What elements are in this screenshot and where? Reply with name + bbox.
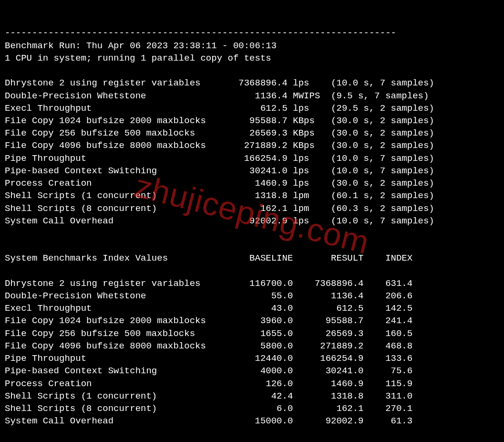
test-result-row: File Copy 4096 bufsize 8000 maxblocks 27… xyxy=(5,140,434,151)
test-result-row: File Copy 256 bufsize 500 maxblocks 2656… xyxy=(5,128,434,138)
index-row: System Call Overhead 15000.0 92002.9 61.… xyxy=(5,416,412,426)
cpu-info-line: 1 CPU in system; running 1 parallel copy… xyxy=(5,53,271,63)
test-result-row: Dhrystone 2 using register variables 736… xyxy=(5,78,434,88)
test-result-row: Pipe Throughput 166254.9 lps (10.0 s, 7 … xyxy=(5,153,434,164)
index-row: Shell Scripts (8 concurrent) 6.0 162.1 2… xyxy=(5,403,412,414)
test-result-row: Double-Precision Whetstone 1136.4 MWIPS … xyxy=(5,91,429,101)
test-result-row: Shell Scripts (8 concurrent) 162.1 lpm (… xyxy=(5,203,434,214)
index-row: Process Creation 126.0 1460.9 115.9 xyxy=(5,379,412,389)
test-result-row: Shell Scripts (1 concurrent) 1318.8 lpm … xyxy=(5,190,434,201)
test-result-row: Process Creation 1460.9 lps (30.0 s, 2 s… xyxy=(5,178,434,189)
index-row: Shell Scripts (1 concurrent) 42.4 1318.8… xyxy=(5,391,412,401)
test-result-row: File Copy 1024 bufsize 2000 maxblocks 95… xyxy=(5,116,434,126)
blank-line xyxy=(5,65,10,76)
index-row: File Copy 4096 bufsize 8000 maxblocks 58… xyxy=(5,341,412,351)
test-result-row: Pipe-based Context Switching 30241.0 lps… xyxy=(5,166,434,176)
benchmark-run-line: Benchmark Run: Thu Apr 06 2023 23:38:11 … xyxy=(5,41,277,51)
blank-line xyxy=(5,241,10,251)
index-values-block: Dhrystone 2 using register variables 116… xyxy=(5,277,499,428)
index-header-row: System Benchmarks Index Values BASELINE … xyxy=(5,252,499,264)
index-row: Dhrystone 2 using register variables 116… xyxy=(5,278,412,289)
benchmark-tests-block: Dhrystone 2 using register variables 736… xyxy=(5,77,499,227)
test-result-row: Execl Throughput 612.5 lps (29.5 s, 2 sa… xyxy=(5,103,434,114)
terminal-output: zhujiceping.com ------------------------… xyxy=(0,0,504,442)
index-row: Execl Throughput 43.0 612.5 142.5 xyxy=(5,303,412,314)
test-result-row: System Call Overhead 92002.9 lps (10.0 s… xyxy=(5,216,434,226)
index-row: File Copy 1024 bufsize 2000 maxblocks 39… xyxy=(5,316,412,326)
index-row: Pipe Throughput 12440.0 166254.9 133.6 xyxy=(5,353,412,364)
index-row: Pipe-based Context Switching 4000.0 3024… xyxy=(5,366,412,376)
divider-line: ----------------------------------------… xyxy=(5,28,396,38)
index-row: Double-Precision Whetstone 55.0 1136.4 2… xyxy=(5,291,412,301)
index-row: File Copy 256 bufsize 500 maxblocks 1655… xyxy=(5,328,412,339)
